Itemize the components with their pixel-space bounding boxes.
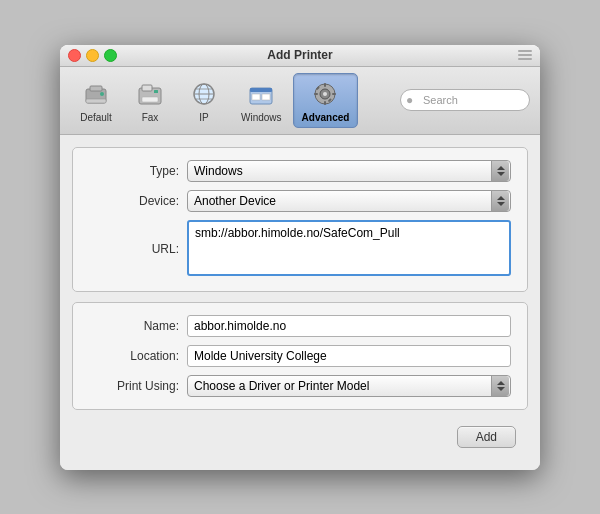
location-input[interactable] (187, 345, 511, 367)
type-select-wrapper: Windows (187, 160, 511, 182)
svg-rect-23 (332, 93, 336, 95)
svg-rect-6 (142, 97, 158, 102)
location-row: Location: (89, 345, 511, 367)
svg-rect-7 (154, 90, 158, 93)
name-label: Name: (89, 319, 179, 333)
svg-rect-5 (142, 85, 152, 91)
print-using-select-wrapper: Choose a Driver or Printer Model (187, 375, 511, 397)
toolbar: Default Fax (60, 67, 540, 135)
svg-rect-14 (250, 88, 272, 92)
tab-default-label: Default (80, 112, 112, 123)
location-control (187, 345, 511, 367)
window-title: Add Printer (267, 48, 332, 62)
url-label: URL: (89, 242, 179, 256)
search-input[interactable] (400, 89, 530, 111)
device-control: Another Device (187, 190, 511, 212)
ip-icon (188, 78, 220, 110)
svg-rect-20 (324, 83, 326, 87)
bottom-bar: Add (72, 420, 528, 458)
name-input[interactable] (187, 315, 511, 337)
window-controls (68, 49, 117, 62)
svg-rect-3 (86, 99, 106, 103)
device-row: Device: Another Device (89, 190, 511, 212)
tab-fax[interactable]: Fax (124, 73, 176, 128)
device-select-wrapper: Another Device (187, 190, 511, 212)
add-printer-window: Add Printer Default (60, 45, 540, 470)
close-button[interactable] (68, 49, 81, 62)
default-icon (80, 78, 112, 110)
search-area: ● (400, 89, 530, 111)
tab-advanced[interactable]: Advanced (293, 73, 359, 128)
tab-default[interactable]: Default (70, 73, 122, 128)
windows-icon (245, 78, 277, 110)
svg-point-19 (323, 92, 327, 96)
device-select[interactable]: Another Device (187, 190, 511, 212)
type-row: Type: Windows (89, 160, 511, 182)
tab-ip[interactable]: IP (178, 73, 230, 128)
svg-rect-21 (324, 101, 326, 105)
connection-panel: Type: Windows Device: (72, 147, 528, 292)
svg-rect-15 (252, 94, 260, 100)
svg-point-2 (100, 92, 104, 96)
location-label: Location: (89, 349, 179, 363)
titlebar: Add Printer (60, 45, 540, 67)
svg-rect-1 (90, 86, 102, 91)
maximize-button[interactable] (104, 49, 117, 62)
tab-fax-label: Fax (142, 112, 159, 123)
type-label: Type: (89, 164, 179, 178)
add-button[interactable]: Add (457, 426, 516, 448)
print-using-label: Print Using: (89, 379, 179, 393)
url-input[interactable]: smb://abbor.himolde.no/SafeCom_Pull (187, 220, 511, 276)
tab-advanced-label: Advanced (302, 112, 350, 123)
name-row: Name: (89, 315, 511, 337)
minimize-button[interactable] (86, 49, 99, 62)
type-control: Windows (187, 160, 511, 182)
toolbar-buttons: Default Fax (70, 73, 358, 128)
url-control: smb://abbor.himolde.no/SafeCom_Pull (187, 220, 511, 279)
fax-icon (134, 78, 166, 110)
print-using-select[interactable]: Choose a Driver or Printer Model (187, 375, 511, 397)
svg-rect-22 (314, 93, 318, 95)
main-content: Type: Windows Device: (60, 135, 540, 470)
print-using-row: Print Using: Choose a Driver or Printer … (89, 375, 511, 397)
tab-windows[interactable]: Windows (232, 73, 291, 128)
search-icon: ● (406, 93, 413, 107)
svg-rect-16 (262, 94, 270, 100)
advanced-icon (309, 78, 341, 110)
resize-handle (518, 50, 532, 60)
print-using-control: Choose a Driver or Printer Model (187, 375, 511, 397)
type-select[interactable]: Windows (187, 160, 511, 182)
name-control (187, 315, 511, 337)
device-label: Device: (89, 194, 179, 208)
url-row: URL: smb://abbor.himolde.no/SafeCom_Pull (89, 220, 511, 279)
tab-ip-label: IP (199, 112, 208, 123)
details-panel: Name: Location: Print Using: Choose (72, 302, 528, 410)
tab-windows-label: Windows (241, 112, 282, 123)
